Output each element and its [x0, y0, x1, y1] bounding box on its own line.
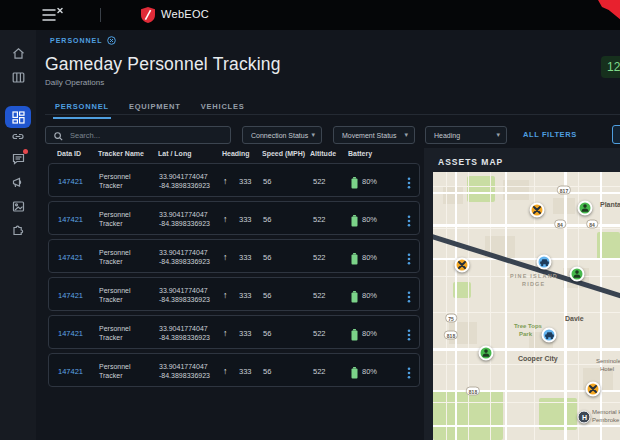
tracker-name-cell: Personnel Tracker: [99, 172, 143, 190]
battery-value: 80%: [362, 215, 377, 224]
sidebar-item-links[interactable]: [0, 125, 36, 147]
sidebar-item-boards[interactable]: [0, 66, 36, 88]
map-label: Memorial H: [592, 409, 620, 415]
dropdown-heading[interactable]: Heading▾: [425, 126, 507, 144]
lat-long-cell: 33.9041774047-84.3898336923: [159, 324, 210, 342]
data-id-link[interactable]: 147421: [58, 291, 83, 300]
table-row[interactable]: 147421Personnel Tracker33.9041774047-84.…: [48, 163, 420, 197]
brand-name: WebEOC: [161, 8, 209, 20]
tracker-name-cell: Personnel Tracker: [99, 210, 143, 228]
battery-icon: [351, 289, 358, 307]
sidebar-item-media[interactable]: [0, 195, 36, 217]
sidebar-item-home[interactable]: [0, 42, 36, 64]
lat-long-cell: 33.9041774047-84.3898336923: [159, 210, 210, 228]
tracker-name-cell: Personnel Tracker: [99, 362, 143, 380]
column-header: Heading: [222, 150, 250, 157]
map-label: Cooper City: [518, 355, 558, 362]
battery-icon: [351, 365, 358, 383]
table-row[interactable]: 147421Personnel Tracker33.9041774047-84.…: [48, 277, 420, 311]
map-marker-person[interactable]: [479, 346, 494, 361]
breadcrumb-label: PERSONNEL: [50, 37, 103, 44]
row-menu-kebab-icon[interactable]: [407, 365, 411, 383]
tab-personnel[interactable]: PERSONNEL: [53, 98, 111, 119]
data-id-link[interactable]: 147421: [58, 215, 83, 224]
map-marker-car[interactable]: [542, 328, 557, 343]
row-menu-kebab-icon[interactable]: [407, 213, 411, 231]
search-input[interactable]: [68, 127, 226, 143]
breadcrumb[interactable]: PERSONNEL: [50, 36, 116, 45]
map-marker-person[interactable]: [570, 267, 585, 282]
more-filters-button[interactable]: [612, 125, 620, 144]
long-value: -84.3898336923: [159, 257, 210, 266]
assets-map-panel: ASSETS MAP: [424, 148, 620, 440]
route-shield: 817: [557, 186, 571, 195]
table-row[interactable]: 147421Personnel Tracker33.9041774047-84.…: [48, 239, 420, 273]
battery-icon: [351, 213, 358, 231]
caret-down-icon: ▾: [311, 131, 315, 139]
corner-ribbon: [595, 0, 620, 22]
dropdown-movement-status[interactable]: Movement Status▾: [333, 126, 415, 144]
chat-icon: [12, 152, 25, 165]
row-menu-kebab-icon[interactable]: [407, 289, 411, 307]
table-row[interactable]: 147421Personnel Tracker33.9041774047-84.…: [48, 353, 420, 387]
data-id-link[interactable]: 147421: [58, 253, 83, 262]
altitude-value: 522: [313, 329, 326, 338]
map-canvas[interactable]: PlantationPINE ISLANDRIDGETree TopsParkD…: [433, 172, 620, 440]
sidebar-item-plugins[interactable]: [0, 218, 36, 240]
row-menu-kebab-icon[interactable]: [407, 327, 411, 345]
svg-text:H: H: [581, 413, 586, 420]
search-box[interactable]: [45, 126, 231, 144]
count-badge[interactable]: 12: [601, 56, 620, 78]
dropdown-label: Movement Status: [342, 132, 396, 139]
altitude-value: 522: [313, 215, 326, 224]
row-menu-kebab-icon[interactable]: [407, 175, 411, 193]
page-subtitle: Daily Operations: [45, 78, 104, 87]
map-label: PINE ISLAND: [510, 273, 558, 279]
altitude-value: 522: [313, 291, 326, 300]
sidebar-item-messages[interactable]: [0, 147, 36, 169]
data-id-link[interactable]: 147421: [58, 367, 83, 376]
long-value: -84.3898336923: [159, 371, 210, 380]
dropdown-connection-status[interactable]: Connection Status▾: [242, 126, 322, 144]
heading-value: 333: [239, 291, 252, 300]
route-shield: 75: [445, 314, 457, 323]
heading-arrow-icon: ↑: [223, 176, 228, 186]
data-id-link[interactable]: 147421: [58, 329, 83, 338]
row-menu-kebab-icon[interactable]: [407, 251, 411, 269]
map-marker-tools[interactable]: [455, 258, 470, 273]
all-filters-button[interactable]: ALL FILTERS: [523, 130, 577, 139]
map-marker-person[interactable]: [578, 201, 593, 216]
altitude-value: 522: [313, 253, 326, 262]
map-marker-tools[interactable]: [586, 382, 601, 397]
column-header: Data ID: [57, 150, 81, 157]
sidebar-item-announcements[interactable]: [0, 171, 36, 193]
long-value: -84.3898336923: [159, 333, 210, 342]
altitude-value: 522: [313, 177, 326, 186]
boards-icon: [12, 71, 25, 84]
map-marker-tools[interactable]: [530, 203, 545, 218]
route-shield: 818: [444, 331, 458, 340]
tab-vehicles[interactable]: VEHICLES: [199, 98, 247, 119]
speed-value: 56: [263, 215, 271, 224]
circle-x-icon[interactable]: [107, 36, 116, 45]
tab-equipment[interactable]: EQUIPMENT: [127, 98, 183, 119]
map-marker-car[interactable]: [537, 255, 552, 270]
map-label: Park: [519, 331, 532, 337]
long-value: -84.3898336923: [159, 295, 210, 304]
menu-toggle-icon[interactable]: [42, 7, 64, 23]
table-row[interactable]: 147421Personnel Tracker33.9041774047-84.…: [48, 315, 420, 349]
battery-icon: [351, 251, 358, 269]
puzzle-icon: [12, 223, 25, 236]
tab-bar: PERSONNELEQUIPMENTVEHICLES: [53, 98, 247, 119]
app-window: WebEOC: [0, 0, 620, 440]
table-row[interactable]: 147421Personnel Tracker33.9041774047-84.…: [48, 201, 420, 235]
data-id-link[interactable]: 147421: [58, 177, 83, 186]
lat-long-cell: 33.9041774047-84.3898336923: [159, 172, 210, 190]
tracker-name-cell: Personnel Tracker: [99, 324, 143, 342]
map-marker-hospital[interactable]: H: [578, 411, 591, 424]
heading-value: 333: [239, 253, 252, 262]
map-label: Davie: [565, 315, 584, 322]
battery-value: 80%: [362, 253, 377, 262]
speed-value: 56: [263, 367, 271, 376]
route-shield: 84: [554, 220, 566, 229]
